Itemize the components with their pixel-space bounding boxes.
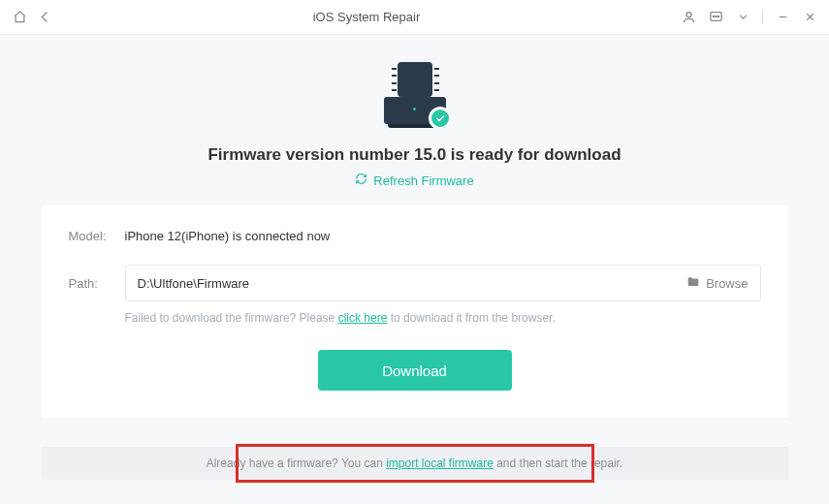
refresh-icon [355, 173, 367, 188]
main-area: Firmware version number 15.0 is ready fo… [0, 35, 829, 504]
home-icon[interactable] [12, 10, 27, 25]
browse-button[interactable]: Browse [677, 275, 748, 292]
path-input[interactable] [138, 276, 678, 291]
download-helper-text: Failed to download the firmware? Please … [69, 311, 761, 325]
svg-point-2 [713, 16, 714, 16]
firmware-card: Model: iPhone 12(iPhone) is connected no… [42, 205, 788, 418]
close-icon[interactable] [802, 10, 817, 25]
firmware-chip-illustration [376, 60, 454, 128]
window-title: iOS System Repair [52, 10, 681, 24]
refresh-label: Refresh Firmware [373, 173, 473, 188]
model-value: iPhone 12(iPhone) is connected now [125, 229, 331, 243]
import-firmware-bar: Already have a firmware? You can import … [42, 447, 788, 480]
folder-icon [686, 275, 700, 292]
minimize-icon[interactable] [775, 10, 790, 25]
model-label: Model: [69, 229, 125, 243]
import-local-firmware-link[interactable]: import local firmware [386, 457, 494, 470]
titlebar: iOS System Repair [0, 0, 829, 35]
svg-point-4 [717, 16, 718, 16]
check-icon [429, 107, 452, 130]
account-icon[interactable] [681, 10, 696, 25]
svg-point-0 [686, 13, 691, 17]
feedback-icon[interactable] [708, 10, 723, 25]
click-here-link[interactable]: click here [338, 311, 388, 325]
divider [762, 11, 763, 24]
back-icon[interactable] [37, 10, 52, 25]
path-label: Path: [69, 276, 125, 291]
chevron-down-icon[interactable] [735, 10, 750, 25]
path-input-container: Browse [125, 265, 761, 301]
svg-point-3 [715, 16, 716, 16]
browse-label: Browse [706, 276, 748, 291]
headline: Firmware version number 15.0 is ready fo… [207, 145, 621, 165]
download-button[interactable]: Download [318, 350, 512, 391]
refresh-firmware-link[interactable]: Refresh Firmware [355, 173, 473, 188]
